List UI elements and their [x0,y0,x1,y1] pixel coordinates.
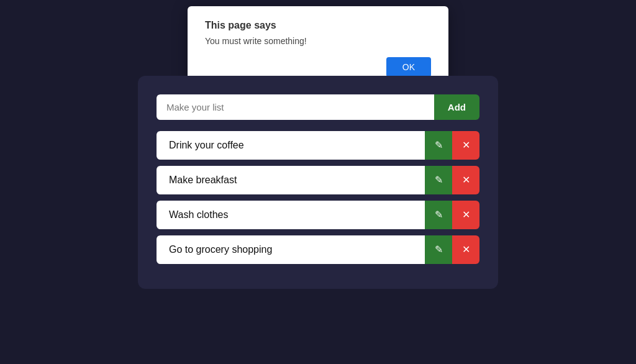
x-icon: ✕ [462,243,470,255]
task-edit-button[interactable]: ✎ [425,235,452,264]
add-button[interactable]: Add [434,94,479,120]
task-delete-button[interactable]: ✕ [452,131,479,160]
dialog-ok-button[interactable]: OK [386,57,431,77]
task-list: Drink your coffee✎✕Make breakfast✎✕Wash … [157,131,479,264]
task-edit-button[interactable]: ✎ [425,131,452,160]
task-delete-button[interactable]: ✕ [452,201,479,229]
pencil-icon: ✎ [435,174,443,186]
task-item: Go to grocery shopping✎✕ [157,235,479,264]
dialog-message: You must write something! [205,36,431,46]
input-row: Add [157,94,479,120]
dialog-title: This page says [205,20,431,31]
task-input[interactable] [157,94,434,120]
x-icon: ✕ [462,139,470,151]
task-item: Drink your coffee✎✕ [157,131,479,160]
task-edit-button[interactable]: ✎ [425,166,452,194]
pencil-icon: ✎ [435,243,443,255]
task-label: Wash clothes [157,201,425,229]
dialog-footer: OK [205,57,431,77]
task-item: Make breakfast✎✕ [157,166,479,194]
pencil-icon: ✎ [435,139,443,151]
task-edit-button[interactable]: ✎ [425,201,452,229]
pencil-icon: ✎ [435,209,443,221]
main-card: Add Drink your coffee✎✕Make breakfast✎✕W… [138,76,498,289]
task-label: Drink your coffee [157,131,425,160]
task-item: Wash clothes✎✕ [157,201,479,229]
x-icon: ✕ [462,174,470,186]
task-delete-button[interactable]: ✕ [452,166,479,194]
task-label: Make breakfast [157,166,425,194]
task-label: Go to grocery shopping [157,235,425,264]
x-icon: ✕ [462,209,470,221]
task-delete-button[interactable]: ✕ [452,235,479,264]
